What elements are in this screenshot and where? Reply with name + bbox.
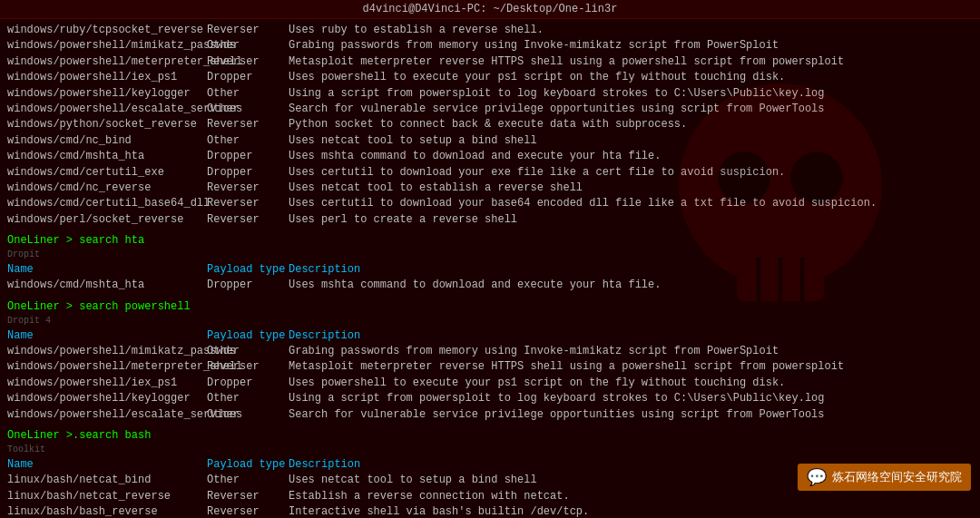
watermark-text: 炼石网络空间安全研究院 [832, 469, 962, 485]
table-row: windows/powershell/escalate_servicesOthe… [7, 102, 973, 117]
search-powershell-section: OneLiner > search powershell Dropit 4 Na… [7, 299, 973, 423]
search-hta-section: OneLiner > search hta Dropit NamePayload… [7, 233, 973, 294]
table-row: windows/powershell/escalate_servicesOthe… [7, 407, 973, 423]
table-row: windows/powershell/meterpreter_shellReve… [7, 359, 973, 375]
table-row: windows/cmd/nc_reverseReverserUses netca… [7, 181, 973, 196]
search-powershell-header: NamePayload typeDescription [7, 328, 973, 344]
title-bar: d4vinci@D4Vinci-PC: ~/Desktop/One-lin3r [0, 0, 980, 19]
terminal-content: windows/ruby/tcpsocket_reverseReverserUs… [0, 19, 980, 518]
title-text: d4vinci@D4Vinci-PC: ~/Desktop/One-lin3r [363, 3, 618, 15]
search-bash-prompt: OneLiner >.search bash [7, 428, 973, 444]
top-table: windows/ruby/tcpsocket_reverseReverserUs… [7, 23, 973, 228]
table-row: windows/cmd/certutil_base64_dllReverserU… [7, 196, 973, 211]
table-row: linux/bash/netcat_reverseReverserEstabli… [7, 489, 973, 504]
table-row: windows/powershell/mimikatz_passwdsOther… [7, 38, 973, 54]
table-row: windows/powershell/meterpreter_shellReve… [7, 54, 973, 70]
watermark: 💬 炼石网络空间安全研究院 [798, 464, 971, 491]
table-row: windows/cmd/mshta_htaDropperUses mshta c… [7, 149, 973, 164]
table-row: windows/cmd/mshta_htaDropperUses mshta c… [7, 278, 973, 293]
table-row: windows/ruby/tcpsocket_reverseReverserUs… [7, 23, 973, 38]
table-row: windows/perl/socket_reverseReverserUses … [7, 212, 973, 228]
table-row: windows/powershell/keyloggerOtherUsing a… [7, 391, 973, 406]
search-hta-prompt: OneLiner > search hta [7, 233, 973, 249]
section-label-dropit4: Dropit 4 [7, 315, 973, 328]
table-row: linux/bash/bash_reverseReverserInteracti… [7, 504, 973, 518]
table-row: windows/powershell/mimikatz_passwdsOther… [7, 344, 973, 359]
search-hta-header: NamePayload typeDescription [7, 262, 973, 278]
table-row: windows/powershell/iex_ps1DropperUses po… [7, 70, 973, 85]
table-row: windows/cmd/nc_bindOtherUses netcat tool… [7, 133, 973, 149]
terminal-window: d4vinci@D4Vinci-PC: ~/Desktop/One-lin3r … [0, 0, 980, 518]
watermark-icon: 💬 [807, 467, 827, 487]
section-label-toolkit: Toolkit [7, 444, 973, 457]
table-row: windows/powershell/keyloggerOtherUsing a… [7, 86, 973, 102]
table-row: windows/powershell/iex_ps1DropperUses po… [7, 376, 973, 391]
search-powershell-prompt: OneLiner > search powershell [7, 299, 973, 315]
table-row: windows/cmd/certutil_exeDropperUses cert… [7, 165, 973, 181]
table-row: windows/python/socket_reverseReverserPyt… [7, 117, 973, 132]
section-label-dropit: Dropit [7, 249, 973, 262]
